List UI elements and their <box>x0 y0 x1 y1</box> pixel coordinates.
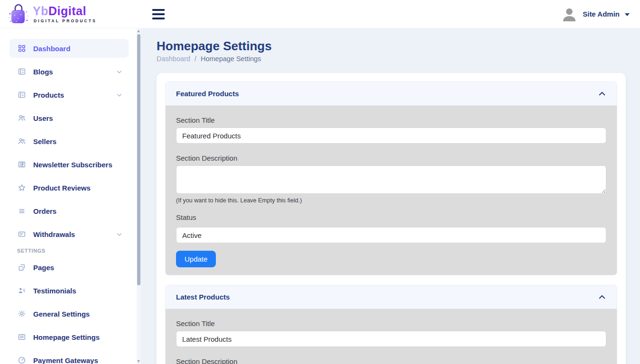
grid-icon <box>17 44 27 53</box>
status-select[interactable]: Active <box>176 227 606 243</box>
sidebar-item-products[interactable]: Products <box>9 85 129 104</box>
sidebar-item-pages[interactable]: Pages <box>9 258 129 277</box>
shopping-bag-logo-icon <box>8 2 29 26</box>
gear-icon <box>17 309 27 318</box>
scrollbar-thumb[interactable] <box>137 34 140 285</box>
chevron-up-icon <box>598 90 606 98</box>
chevron-up-icon <box>598 293 606 301</box>
latest-products-panel-header[interactable]: Latest Products <box>166 285 617 309</box>
latest-products-panel: Latest Products Section Title Section De… <box>165 285 617 364</box>
panel-title: Featured Products <box>176 90 239 98</box>
breadcrumb: Dashboard / Homepage Settings <box>157 55 626 63</box>
section-description-textarea[interactable] <box>176 165 606 194</box>
sidebar-item-homepage-settings[interactable]: Homepage Settings <box>9 328 129 346</box>
user-menu-label: Site Admin <box>583 10 620 18</box>
featured-products-panel-body: Section Title Section Description (If yo… <box>166 106 617 275</box>
sidebar-item-orders[interactable]: Orders <box>9 201 129 220</box>
settings-card: Featured Products Section Title Section … <box>157 73 626 364</box>
breadcrumb-current: Homepage Settings <box>201 55 261 63</box>
chevron-down-icon <box>116 91 123 99</box>
gauge-icon <box>17 355 27 364</box>
avatar-icon <box>561 6 577 22</box>
form-icon <box>17 332 27 342</box>
scrollbar-down-arrow-icon[interactable] <box>137 360 140 363</box>
section-title-label: Section Title <box>176 116 606 124</box>
sidebar-section-settings: SETTINGS <box>17 248 129 254</box>
sidebar-item-testimonials[interactable]: Testimonials <box>9 281 129 300</box>
sidebar-item-product-reviews[interactable]: Product Reviews <box>9 178 129 197</box>
caret-down-icon <box>625 13 630 16</box>
sidebar-item-sellers[interactable]: Sellers <box>9 132 129 151</box>
brand-logo[interactable]: YbDigital DIGITAL PRODUCTS <box>0 2 141 26</box>
chevron-down-icon <box>116 231 123 238</box>
brand-name: YbDigital <box>33 5 97 17</box>
pages-icon <box>17 263 27 272</box>
section-title-input[interactable] <box>176 127 606 144</box>
main-content: Homepage Settings Dashboard / Homepage S… <box>141 28 640 364</box>
menu-lines-icon <box>17 206 27 216</box>
sidebar-item-newsletter-subscribers[interactable]: Newsletter Subscribers <box>9 155 129 174</box>
breadcrumb-separator: / <box>195 55 196 63</box>
star-icon <box>17 183 27 192</box>
sidebar-scrollbar <box>137 28 141 364</box>
sidebar-item-blogs[interactable]: Blogs <box>9 62 129 81</box>
users-icon <box>17 113 27 123</box>
page-title: Homepage Settings <box>157 39 626 53</box>
chevron-down-icon <box>116 68 123 75</box>
newspaper-icon <box>17 160 27 169</box>
breadcrumb-dashboard-link[interactable]: Dashboard <box>157 55 190 63</box>
status-label: Status <box>176 213 606 221</box>
brand-tagline: DIGITAL PRODUCTS <box>33 19 97 23</box>
form-icon <box>17 90 27 100</box>
sidebar-item-general-settings[interactable]: General Settings <box>9 304 129 323</box>
section-description-label: Section Description <box>176 154 606 162</box>
scrollbar-up-arrow-icon[interactable] <box>137 30 140 32</box>
panel-title: Latest Products <box>176 293 230 301</box>
testimonial-icon <box>17 286 27 295</box>
section-title-label: Section Title <box>176 319 606 328</box>
hamburger-menu-icon[interactable] <box>149 6 167 22</box>
sidebar-item-payment-gateways[interactable]: Payment Gateways <box>9 351 129 364</box>
sidebar-item-withdrawals[interactable]: Withdrawals <box>9 225 129 244</box>
sidebar: Dashboard Blogs Products Users <box>0 28 141 364</box>
featured-products-panel-header[interactable]: Featured Products <box>166 82 617 106</box>
sidebar-item-dashboard[interactable]: Dashboard <box>9 39 129 58</box>
section-title-input[interactable] <box>176 331 606 347</box>
user-menu[interactable]: Site Admin <box>561 6 630 22</box>
featured-products-panel: Featured Products Section Title Section … <box>165 82 617 275</box>
form-icon <box>17 67 27 76</box>
topbar: YbDigital DIGITAL PRODUCTS Site Admin <box>0 0 640 28</box>
sidebar-item-users[interactable]: Users <box>9 109 129 127</box>
update-button[interactable]: Update <box>176 251 216 267</box>
latest-products-panel-body: Section Title Section Description <box>166 309 617 364</box>
users-icon <box>17 136 27 146</box>
section-description-label: Section Description <box>176 357 606 364</box>
card-icon <box>17 229 27 239</box>
field-hint: (If you want to hide this. Leave Empty t… <box>176 197 606 204</box>
